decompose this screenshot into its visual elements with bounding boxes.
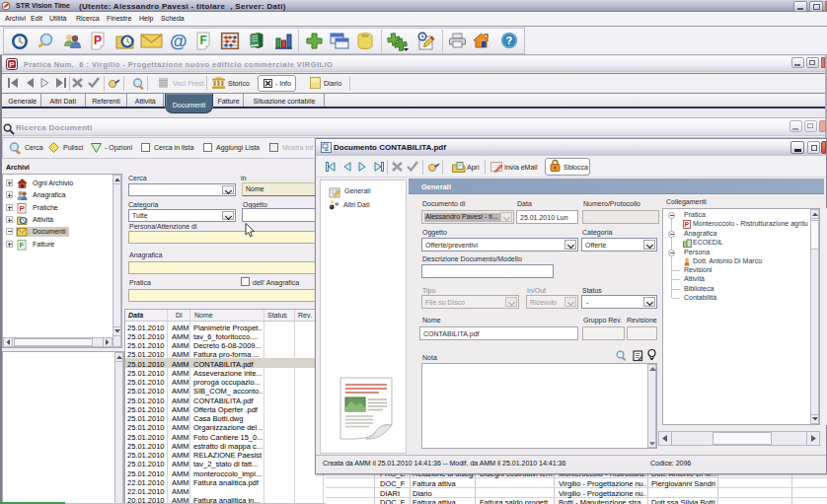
- svg-text:F: F: [20, 241, 25, 250]
- svg-text:P: P: [94, 34, 102, 47]
- svg-text:P: P: [9, 60, 15, 69]
- svg-text:P: P: [20, 204, 26, 213]
- svg-text:?: ?: [506, 35, 513, 46]
- svg-text:F: F: [200, 34, 207, 47]
- svg-text:@: @: [170, 32, 188, 51]
- svg-text:P: P: [685, 221, 690, 228]
